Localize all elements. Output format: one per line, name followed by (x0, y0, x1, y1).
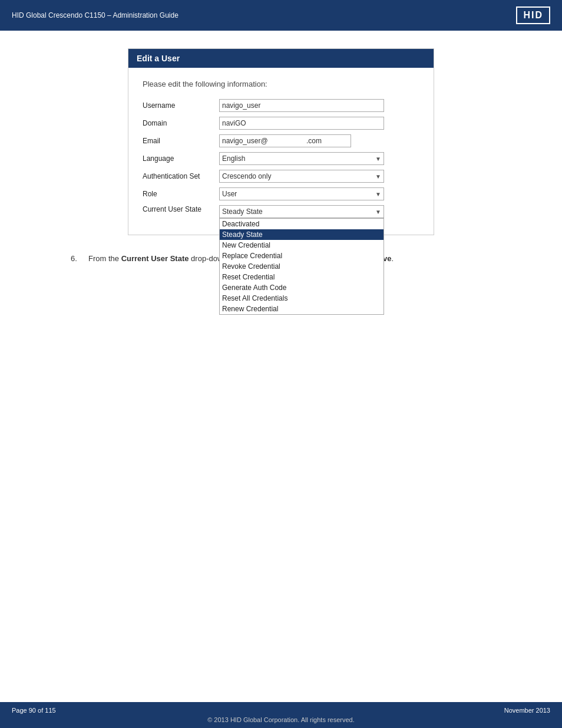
email-label: Email (143, 137, 219, 145)
username-label: Username (143, 101, 219, 110)
user-state-dropdown-container[interactable]: Steady State ▼ Deactivated Steady State … (219, 205, 384, 218)
domain-input[interactable] (219, 117, 384, 130)
role-dropdown-arrow: ▼ (375, 191, 381, 197)
email-field-group (219, 134, 351, 147)
email-left-input[interactable] (219, 134, 302, 147)
footer-top-row: Page 90 of 115 November 2013 (12, 707, 550, 714)
step-bold-current-user-state: Current User State (121, 254, 189, 263)
dropdown-option-deactivated[interactable]: Deactivated (220, 219, 384, 229)
auth-set-value: Crescendo only (222, 172, 271, 180)
role-label: Role (143, 190, 219, 198)
role-row: Role User ▼ (143, 187, 419, 200)
language-value: English (222, 154, 245, 163)
header-title: HID Global Crescendo C1150 – Administrat… (12, 11, 178, 19)
role-value: User (222, 190, 237, 198)
username-input[interactable] (219, 99, 384, 112)
dropdown-option-new-credential[interactable]: New Credential (220, 240, 384, 251)
domain-row: Domain (143, 117, 419, 130)
edit-user-form: Edit a User Please edit the following in… (128, 48, 434, 235)
domain-label: Domain (143, 119, 219, 127)
dropdown-option-reset-all-credentials[interactable]: Reset All Credentials (220, 293, 384, 304)
user-state-dropdown-list[interactable]: Deactivated Steady State New Credential … (219, 218, 384, 315)
language-dropdown-arrow: ▼ (375, 156, 381, 162)
username-row: Username (143, 99, 419, 112)
email-row: Email (143, 134, 419, 147)
dropdown-option-renew-credential[interactable]: Renew Credential (220, 304, 384, 314)
footer-copyright: © 2013 HID Global Corporation. All right… (12, 716, 550, 723)
dropdown-option-reset-credential[interactable]: Reset Credential (220, 272, 384, 282)
footer-page-info: Page 90 of 115 (12, 707, 56, 714)
step-number: 6. (71, 253, 88, 265)
user-state-row: Current User State Steady State ▼ Deacti… (143, 205, 419, 218)
auth-set-row: Authentication Set Crescendo only ▼ (143, 170, 419, 183)
language-label: Language (143, 154, 219, 163)
auth-set-dropdown-arrow: ▼ (375, 173, 381, 180)
form-instructions: Please edit the following information: (143, 80, 419, 88)
user-state-arrow: ▼ (375, 209, 381, 215)
user-state-value: Steady State (222, 207, 263, 216)
language-select[interactable]: English ▼ (219, 152, 384, 165)
dropdown-option-revoke-credential[interactable]: Revoke Credential (220, 261, 384, 272)
auth-set-label: Authentication Set (143, 172, 219, 180)
user-state-label: Current User State (143, 205, 219, 213)
header-bar: HID Global Crescendo C1150 – Administrat… (0, 0, 562, 31)
hid-logo: HID (516, 6, 550, 24)
language-row: Language English ▼ (143, 152, 419, 165)
form-title: Edit a User (128, 49, 434, 68)
footer: Page 90 of 115 November 2013 © 2013 HID … (0, 702, 562, 728)
form-body: Please edit the following information: U… (128, 68, 434, 235)
footer-date: November 2013 (504, 707, 550, 714)
role-select[interactable]: User ▼ (219, 187, 384, 200)
dropdown-option-steady-state[interactable]: Steady State (220, 229, 384, 240)
auth-set-select[interactable]: Crescendo only ▼ (219, 170, 384, 183)
main-content: Edit a User Please edit the following in… (0, 31, 562, 283)
dropdown-option-generate-auth-code[interactable]: Generate Auth Code (220, 282, 384, 293)
user-state-selected[interactable]: Steady State ▼ (219, 205, 384, 218)
dropdown-option-replace-credential[interactable]: Replace Credential (220, 251, 384, 261)
email-right-input[interactable] (304, 134, 351, 147)
